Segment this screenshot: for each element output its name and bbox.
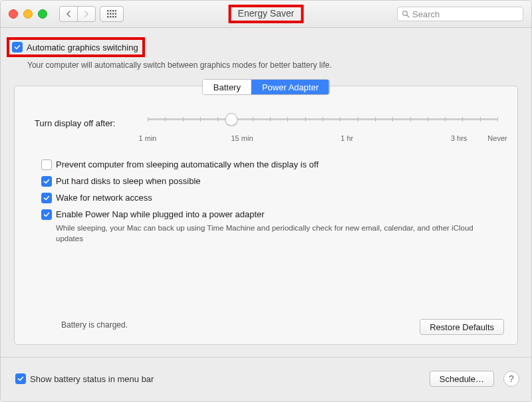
bottom-bar: Show battery status in menu bar Schedule… — [1, 357, 531, 401]
svg-rect-3 — [115, 10, 116, 12]
minimize-window-button[interactable] — [23, 9, 33, 19]
svg-rect-11 — [115, 16, 116, 18]
auto-graphics-switching-description: Your computer will automatically switch … — [27, 60, 332, 70]
tick-1min: 1 min — [139, 134, 157, 142]
title-highlight: Energy Saver — [229, 5, 304, 23]
checkmark-icon — [43, 195, 50, 201]
energy-saver-window: Energy Saver Search Automatic graphics s… — [0, 0, 532, 402]
window-controls — [9, 9, 47, 19]
prefpane-body: Automatic graphics switching Your comput… — [1, 27, 531, 401]
show-all-button[interactable] — [100, 6, 124, 22]
hdd-sleep-checkbox[interactable] — [41, 176, 52, 187]
tick-1hr: 1 hr — [340, 134, 353, 142]
toolbar-nav — [59, 6, 124, 22]
chevron-right-icon — [84, 11, 89, 17]
power-settings-panel: Battery Power Adapter Turn display off a… — [14, 86, 518, 345]
svg-rect-4 — [107, 13, 109, 15]
tick-15min: 15 min — [231, 134, 253, 142]
checkmark-icon — [43, 178, 50, 185]
hdd-sleep-label: Put hard disks to sleep when possible — [56, 176, 201, 186]
svg-rect-7 — [115, 13, 116, 15]
zoom-window-button[interactable] — [38, 9, 47, 19]
prevent-sleep-label: Prevent computer from sleeping automatic… — [56, 159, 319, 169]
svg-rect-5 — [110, 13, 112, 15]
svg-rect-10 — [112, 16, 114, 18]
close-window-button[interactable] — [9, 9, 18, 19]
prevent-sleep-checkbox[interactable] — [41, 159, 52, 170]
tab-power-adapter[interactable]: Power Adapter — [251, 80, 329, 94]
search-placeholder: Search — [412, 9, 440, 19]
wake-network-label: Wake for network access — [56, 193, 152, 203]
power-nap-description: While sleeping, your Mac can back up usi… — [56, 223, 481, 244]
auto-graphics-highlight: Automatic graphics switching — [7, 37, 145, 57]
svg-rect-9 — [110, 16, 112, 18]
power-source-tabs: Battery Power Adapter — [202, 79, 330, 95]
slider-knob[interactable] — [225, 113, 238, 126]
power-adapter-options: Prevent computer from sleeping automatic… — [41, 159, 497, 244]
svg-rect-8 — [107, 16, 109, 18]
schedule-button[interactable]: Schedule… — [430, 371, 494, 387]
back-button[interactable] — [59, 6, 78, 22]
display-sleep-slider[interactable] — [148, 118, 497, 120]
wake-network-checkbox[interactable] — [41, 193, 52, 203]
tab-battery[interactable]: Battery — [203, 80, 251, 94]
search-icon — [402, 10, 410, 18]
auto-graphics-switching-label: Automatic graphics switching — [27, 43, 138, 52]
svg-line-13 — [407, 15, 409, 17]
grid-icon — [107, 10, 116, 18]
battery-status-text: Battery is charged. — [61, 320, 128, 330]
checkmark-icon — [43, 211, 50, 218]
window-title: Energy Saver — [238, 8, 295, 19]
svg-rect-2 — [112, 10, 114, 12]
checkmark-icon — [17, 375, 24, 382]
tick-never: Never — [487, 134, 507, 142]
auto-graphics-switching-checkbox[interactable] — [12, 42, 23, 52]
show-battery-status-row: Show battery status in menu bar — [15, 373, 154, 384]
checkmark-icon — [14, 44, 21, 50]
power-nap-label: Enable Power Nap while plugged into a po… — [56, 209, 265, 219]
svg-rect-1 — [110, 10, 112, 12]
display-sleep-label: Turn display off after: — [35, 118, 115, 128]
svg-rect-6 — [112, 13, 114, 15]
tick-3hrs: 3 hrs — [451, 134, 467, 142]
chevron-left-icon — [66, 11, 71, 17]
restore-defaults-button[interactable]: Restore Defaults — [420, 319, 504, 335]
show-battery-status-checkbox[interactable] — [15, 373, 26, 384]
forward-button[interactable] — [77, 6, 96, 22]
help-icon: ? — [509, 373, 514, 384]
power-nap-checkbox[interactable] — [41, 209, 52, 220]
show-battery-status-label: Show battery status in menu bar — [30, 374, 154, 384]
search-field[interactable]: Search — [397, 7, 523, 21]
help-button[interactable]: ? — [503, 371, 519, 387]
svg-rect-0 — [107, 10, 109, 12]
auto-graphics-switching-row: Automatic graphics switching — [7, 37, 145, 57]
titlebar: Energy Saver Search — [1, 1, 531, 28]
